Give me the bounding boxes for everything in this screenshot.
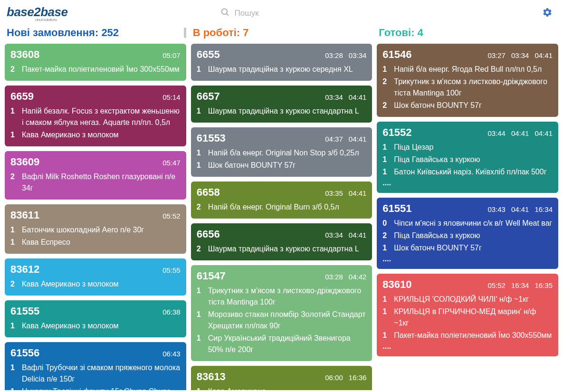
order-times: 04:3704:41 — [325, 135, 366, 143]
order-time: 04:41 — [349, 93, 367, 101]
order-id: 83611 — [10, 209, 39, 221]
line-qty: 2 — [382, 230, 389, 241]
line-qty: 1 — [197, 309, 203, 332]
order-times: 03:2803:34 — [325, 51, 366, 59]
line-desc: Кава Еспресо — [22, 237, 181, 248]
order-card[interactable]: 6154603:2703:3404:411Напій б/а енерг. Яг… — [377, 44, 558, 117]
column-ready: Готові: 46154603:2703:3404:411Напій б/а … — [377, 24, 558, 390]
order-line: 1Батон Київський наріз. Київхліб пл/пак … — [382, 166, 553, 178]
line-desc: Піца Гавайська з куркою — [394, 154, 553, 165]
column-title: Готові: 4 — [377, 24, 558, 44]
line-qty: 1 — [197, 386, 203, 390]
order-card[interactable]: 665803:3504:412Напій б/а енерг. Original… — [191, 182, 372, 219]
card-header: 6155606:43 — [10, 347, 181, 359]
order-line: 1КРИЛЬЦЯ 'СОЛОДКИЙ ЧИЛІ' н/ф ~1кг — [382, 294, 553, 305]
order-time: 03:27 — [487, 51, 506, 59]
logo-text: base2base — [7, 5, 67, 19]
card-header: 665803:3504:41 — [197, 186, 367, 199]
order-line: 1КРИЛЬЦЯ в ГІРЧИЧНО-МЕД марин' н/ф ~1кг — [382, 306, 553, 329]
order-card[interactable]: 6155203:4404:4104:411Піца Цезар1Піца Гав… — [377, 122, 558, 193]
card-header: 6155103:4304:4116:34 — [382, 202, 553, 215]
order-id: 83612 — [10, 263, 39, 276]
order-card[interactable]: 8361105:521Батончик шоколадний Aero п/е … — [5, 204, 186, 254]
line-desc: Кава Американо з молоком — [22, 320, 181, 332]
order-card[interactable]: 665703:3404:411Шаурма традиційна з курко… — [191, 86, 372, 123]
order-time: 03:34 — [511, 51, 529, 59]
columns: Нові замовлення: 2528360805:072Пакет-май… — [2, 24, 561, 390]
order-time: 03:34 — [349, 51, 367, 59]
order-card[interactable]: 8361205:552Кава Американо з молоком — [5, 258, 186, 296]
line-qty: 1 — [197, 333, 203, 355]
line-desc: Кава Американо з молоком — [22, 278, 181, 290]
line-qty: 1 — [197, 147, 203, 159]
line-desc: Батончик шоколадний Aero п/е 30г — [22, 224, 181, 236]
order-time: 04:41 — [511, 129, 529, 137]
card-header: 6155506:38 — [10, 305, 181, 317]
line-qty: 1 — [10, 237, 17, 248]
order-card[interactable]: 665603:3404:412Шаурма традиційна з курко… — [191, 223, 372, 260]
more-indicator: .... — [382, 179, 553, 187]
line-qty: 1 — [10, 105, 17, 128]
order-line: 2Шаурма традиційна з куркою стандартна L — [197, 243, 367, 255]
order-line: 0Чіпси м'ясні з яловичини с/к в/г Well M… — [382, 218, 553, 229]
scroll-handle[interactable] — [184, 28, 186, 38]
order-line: 2Шок батонч BOUNTY 57г — [382, 100, 553, 111]
line-qty: 1 — [10, 224, 17, 236]
order-card[interactable]: 6155506:381Кава Американо з молоком — [5, 300, 186, 337]
order-id: 61555 — [10, 305, 39, 317]
order-id: 61552 — [382, 126, 411, 139]
search-input[interactable] — [235, 9, 410, 18]
order-time: 16:34 — [511, 281, 529, 289]
search-inner — [220, 8, 410, 19]
order-line: 2Пакет-майка поліетиленовий Їмо 300х550м… — [10, 64, 181, 75]
order-line: 1Цукерки Тропічні фрукти 15г Chupa Chups — [10, 386, 181, 390]
order-times: 05:14 — [162, 93, 181, 101]
order-card[interactable]: 6155103:4304:4116:340Чіпси м'ясні з ялов… — [377, 198, 558, 269]
line-qty: 1 — [197, 285, 203, 308]
line-qty: 2 — [197, 243, 203, 255]
order-card[interactable]: 6154703:2804:421Трикутник з м'ясом з лис… — [191, 265, 372, 361]
line-qty: 1 — [10, 320, 17, 332]
order-time: 03:28 — [325, 273, 343, 281]
line-qty: 2 — [10, 64, 17, 75]
order-id: 61556 — [10, 347, 39, 359]
order-times: 03:3404:41 — [325, 231, 366, 239]
line-desc: Кава Американо з молоком — [22, 129, 181, 141]
svg-line-1 — [226, 14, 228, 16]
order-line: 1Кава Еспресо — [10, 237, 181, 248]
card-header: 8360905:47 — [10, 156, 181, 168]
line-desc: Шаурма традиційна з куркою стандартна L — [208, 105, 367, 117]
line-qty: 1 — [382, 242, 389, 254]
order-time: 06:43 — [162, 350, 181, 358]
order-card[interactable]: 8360905:472Вафлі Milk Roshetto Roshen гл… — [5, 151, 186, 200]
line-qty: 1 — [197, 160, 203, 171]
order-id: 83613 — [197, 371, 226, 383]
order-time: 06:38 — [162, 308, 181, 316]
more-indicator: .... — [382, 342, 553, 351]
order-card[interactable]: 8361306:0016:361Кава Американо — [191, 366, 372, 390]
line-desc: КРИЛЬЦЯ в ГІРЧИЧНО-МЕД марин' н/ф ~1кг — [394, 306, 553, 329]
order-card[interactable]: 6155304:3704:411Напій б/а енерг. Origina… — [191, 127, 372, 177]
order-line: 1Кава Американо з молоком — [10, 320, 181, 332]
line-desc: Сир Український традиційний Звенигора 50… — [208, 333, 367, 355]
order-time: 16:34 — [534, 205, 553, 213]
line-qty: 1 — [10, 362, 17, 385]
order-line: 1Шок батонч BOUNTY 57г — [382, 242, 553, 254]
order-times: 03:4404:4104:41 — [487, 129, 553, 137]
cards-list: 6154603:2703:3404:411Напій б/а енерг. Яг… — [377, 44, 558, 390]
order-time: 04:41 — [534, 129, 553, 137]
order-time: 05:07 — [162, 51, 181, 59]
gear-icon[interactable] — [538, 5, 556, 21]
column-inwork: В роботі: 7665503:2803:341Шаурма традиці… — [191, 24, 372, 390]
order-card[interactable]: 8360805:072Пакет-майка поліетиленовий Їм… — [5, 44, 186, 81]
order-card[interactable]: 8361005:5216:3416:351КРИЛЬЦЯ 'СОЛОДКИЙ Ч… — [377, 274, 558, 356]
order-times: 03:3504:41 — [325, 189, 366, 197]
order-card[interactable]: 6155606:431Вафлі Трубочки зі смаком пряж… — [5, 342, 186, 390]
app-root: base2base cloud solutions Нові замовленн… — [0, 0, 563, 392]
line-desc: Напій безалк. Focus з екстрактом женьшен… — [22, 105, 181, 128]
line-qty: 2 — [197, 201, 203, 213]
order-time: 05:52 — [162, 212, 181, 220]
order-line: 1Кава Американо — [197, 386, 367, 390]
order-card[interactable]: 665905:141Напій безалк. Focus з екстракт… — [5, 86, 186, 146]
order-card[interactable]: 665503:2803:341Шаурма традиційна з курко… — [191, 44, 372, 81]
